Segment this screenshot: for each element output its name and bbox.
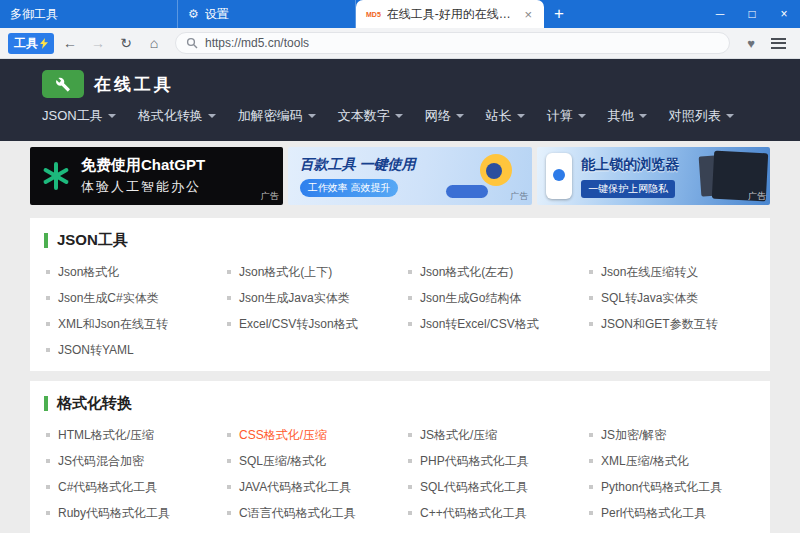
new-tab-button[interactable]: + [544, 0, 574, 28]
home-icon[interactable]: ⌂ [142, 35, 166, 51]
bullet-icon [46, 433, 50, 437]
maximize-button[interactable]: □ [736, 0, 768, 28]
tool-link[interactable]: XML压缩/格式化 [581, 451, 762, 471]
tool-link[interactable]: XML和Json在线互转 [38, 314, 219, 334]
tool-link[interactable]: Html转义工具 [581, 529, 762, 533]
tool-link[interactable]: Python代码格式化工具 [581, 477, 762, 497]
ad-banner-row: 免费使用ChatGPT 体验人工智能办公 广告 百款工具 一键使用 工作效率 高… [0, 141, 800, 211]
ad-headline: 免费使用ChatGPT [81, 156, 205, 175]
nav-menu-item[interactable]: JSON工具 [42, 107, 116, 125]
refresh-icon[interactable]: ↻ [114, 35, 138, 51]
forward-icon[interactable]: → [86, 35, 110, 51]
tool-link[interactable]: CSS格式化/压缩 [219, 425, 400, 445]
nav-menu-item[interactable]: 站长 [486, 107, 525, 125]
address-bar[interactable]: https://md5.cn/tools [175, 32, 730, 54]
tool-link[interactable]: Perl代码格式化工具 [581, 503, 762, 523]
caret-down-icon [208, 114, 216, 118]
page-content: JSON工具 Json格式化 Json格式化(上下) Json格式化(左右) [0, 211, 800, 533]
tool-link[interactable]: JS加密/解密 [581, 425, 762, 445]
nav-menu-item[interactable]: 对照列表 [669, 107, 734, 125]
tool-link[interactable]: JS代码混合加密 [38, 451, 219, 471]
ad-banner-browser[interactable]: 能上锁的浏览器 一键保护上网隐私 广告 [537, 147, 770, 205]
tool-link[interactable]: JSON转YAML [38, 340, 219, 360]
tool-link-label: XML压缩/格式化 [601, 453, 689, 470]
nav-menu-item[interactable]: 其他 [608, 107, 647, 125]
tool-link[interactable]: Ruby代码格式化工具 [38, 503, 219, 523]
tool-link[interactable]: Json生成Go结构体 [400, 288, 581, 308]
tab-label: 多御工具 [10, 6, 167, 23]
ad-subline: 工作效率 高效提升 [300, 179, 399, 197]
ad-banner-chatgpt[interactable]: 免费使用ChatGPT 体验人工智能办公 广告 [30, 147, 283, 205]
section-format-convert: 格式化转换 HTML格式化/压缩 CSS格式化/压缩 JS格式化/压缩 [30, 381, 770, 533]
section-title: JSON工具 [57, 231, 128, 250]
tool-link-label: SQL转Java实体类 [601, 290, 698, 307]
ad-tag: 广告 [261, 190, 279, 203]
tool-link[interactable]: SQL压缩/格式化 [219, 451, 400, 471]
close-window-button[interactable]: × [768, 0, 800, 28]
tool-link[interactable]: VBScript格式化工具 [38, 529, 219, 533]
tools-badge-label: 工具 [14, 35, 38, 52]
bullet-icon [408, 433, 412, 437]
ad-subline: 体验人工智能办公 [81, 178, 205, 196]
tab-tools[interactable]: 多御工具 [0, 0, 178, 28]
tool-link[interactable]: C#代码格式化工具 [38, 477, 219, 497]
nav-menu-label: 加解密编码 [238, 107, 303, 125]
close-tab-icon[interactable]: × [522, 7, 534, 22]
site-header: 在线工具 JSON工具 格式化转换 加解密编码 文本数字 [0, 59, 800, 141]
nav-menu-item[interactable]: 网络 [425, 107, 464, 125]
phone-graphic [546, 153, 572, 199]
tool-link[interactable]: C语言代码格式化工具 [219, 503, 400, 523]
tool-link-label: HTML格式化/压缩 [58, 427, 154, 444]
tool-link-label: CSS格式化/压缩 [239, 427, 327, 444]
tool-link[interactable]: Excel/CSV转Json格式 [219, 314, 400, 334]
logo-row: 在线工具 [42, 59, 758, 98]
menu-icon[interactable] [771, 38, 786, 49]
tools-badge-button[interactable]: 工具 [8, 33, 54, 54]
section-json-tools: JSON工具 Json格式化 Json格式化(上下) Json格式化(左右) [30, 218, 770, 371]
tool-link[interactable]: JS格式化/压缩 [400, 425, 581, 445]
wrench-icon [54, 77, 72, 92]
ad-banner-tools[interactable]: 百款工具 一键使用 工作效率 高效提升 广告 [288, 147, 533, 205]
tool-link[interactable]: Json格式化(左右) [400, 262, 581, 282]
nav-menu-label: 文本数字 [338, 107, 390, 125]
bullet-icon [227, 296, 231, 300]
nav-menu-label: 网络 [425, 107, 451, 125]
shield-icon [553, 169, 565, 181]
bullet-icon [46, 348, 50, 352]
tool-link[interactable]: SQL代码格式化工具 [400, 477, 581, 497]
caret-down-icon [108, 114, 116, 118]
tab-online-tools[interactable]: MD5 在线工具-好用的在线工具都... × [356, 0, 544, 28]
back-icon[interactable]: ← [58, 35, 82, 51]
favorites-heart-icon[interactable]: ♥ [739, 36, 763, 51]
section-title: 格式化转换 [57, 394, 132, 413]
nav-menu-item[interactable]: 计算 [547, 107, 586, 125]
tool-link-label: JSON和GET参数互转 [601, 316, 718, 333]
tool-link[interactable]: Json格式化 [38, 262, 219, 282]
nav-menu-item[interactable]: 文本数字 [338, 107, 403, 125]
ad-headline: 能上锁的浏览器 [581, 156, 679, 174]
tool-link[interactable]: PHP代码格式化工具 [400, 451, 581, 471]
minimize-button[interactable]: ─ [704, 0, 736, 28]
nav-menu-item[interactable]: 加解密编码 [238, 107, 316, 125]
window-controls: ─ □ × [704, 0, 800, 28]
tool-link[interactable]: JAVA代码格式化工具 [219, 477, 400, 497]
tool-link[interactable]: HTML格式化/压缩 [38, 425, 219, 445]
tool-link[interactable]: Html/JS互转 [400, 529, 581, 533]
tool-link[interactable]: Json在线压缩转义 [581, 262, 762, 282]
tool-link[interactable]: JSON和GET参数互转 [581, 314, 762, 334]
tool-link[interactable]: Json转Excel/CSV格式 [400, 314, 581, 334]
tool-link[interactable]: SQL转Java实体类 [581, 288, 762, 308]
tab-settings[interactable]: ⚙ 设置 [178, 0, 356, 28]
ad-tag: 广告 [748, 190, 766, 203]
tool-link[interactable]: Json生成Java实体类 [219, 288, 400, 308]
tool-link[interactable]: Json格式化(上下) [219, 262, 400, 282]
tool-link[interactable]: Html转JS [219, 529, 400, 533]
tool-link[interactable]: C++代码格式化工具 [400, 503, 581, 523]
tool-link-label: Json生成Go结构体 [420, 290, 521, 307]
bullet-icon [408, 511, 412, 515]
site-logo[interactable] [42, 70, 84, 98]
nav-menu-item[interactable]: 格式化转换 [138, 107, 216, 125]
tool-link[interactable]: Json生成C#实体类 [38, 288, 219, 308]
tool-link-label: JS格式化/压缩 [420, 427, 497, 444]
url-text: https://md5.cn/tools [205, 36, 309, 50]
